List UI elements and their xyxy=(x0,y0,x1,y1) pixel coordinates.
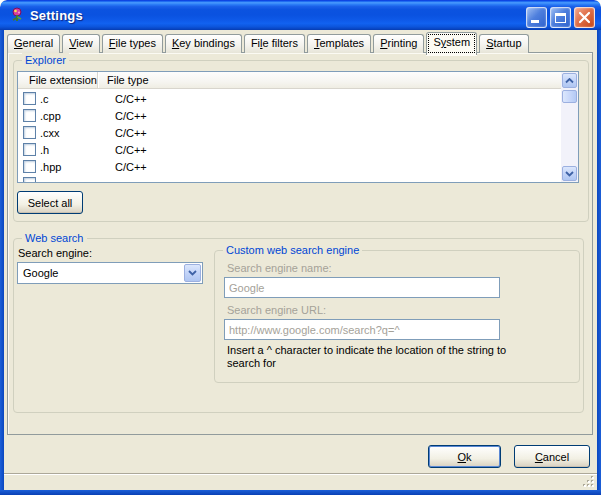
minimize-button[interactable] xyxy=(526,7,547,28)
row-checkbox[interactable] xyxy=(23,92,36,105)
row-filetype: C/C++ xyxy=(96,127,147,139)
table-row-partial[interactable] xyxy=(18,175,561,182)
select-all-button[interactable]: Select all xyxy=(17,191,83,214)
close-button[interactable] xyxy=(574,7,595,28)
custom-search-group: Custom web search engine Search engine n… xyxy=(214,250,580,383)
row-extension: .hpp xyxy=(36,161,96,173)
tab-general[interactable]: General xyxy=(7,34,60,53)
row-checkbox[interactable] xyxy=(23,177,36,182)
custom-search-group-label: Custom web search engine xyxy=(223,243,362,257)
explorer-group-label: Explorer xyxy=(22,53,69,67)
row-filetype: C/C++ xyxy=(96,110,147,122)
dialog-client-area: General View File types Key bindings Fil… xyxy=(4,30,597,490)
web-search-group: Web search Search engine: Google Custom … xyxy=(13,238,584,413)
row-filetype: C/C++ xyxy=(96,93,147,105)
search-engine-label: Search engine: xyxy=(18,247,92,259)
window-title: Settings xyxy=(30,8,83,23)
tab-file-filters[interactable]: File filters xyxy=(244,34,305,53)
window-border-bottom xyxy=(0,490,601,495)
tab-system[interactable]: System xyxy=(426,32,477,55)
resize-grip[interactable] xyxy=(582,475,595,488)
tab-file-types[interactable]: File types xyxy=(102,34,163,53)
chevron-down-icon xyxy=(565,171,574,177)
tab-templates[interactable]: Templates xyxy=(307,34,371,53)
row-checkbox[interactable] xyxy=(23,109,36,122)
ok-button[interactable]: Ok xyxy=(428,445,501,468)
table-row[interactable]: .cxx C/C++ xyxy=(18,124,561,141)
tab-view[interactable]: View xyxy=(62,34,100,53)
table-row[interactable]: .c C/C++ xyxy=(18,90,561,107)
engine-url-input[interactable] xyxy=(224,319,500,340)
web-search-group-label: Web search xyxy=(22,231,87,245)
row-filetype: C/C++ xyxy=(96,144,147,156)
vertical-scrollbar[interactable] xyxy=(561,72,578,182)
table-row[interactable]: .hpp C/C++ xyxy=(18,158,561,175)
file-extension-list: File extension File type .c C/C++ .cpp C… xyxy=(17,71,579,183)
list-header: File extension File type xyxy=(18,72,578,89)
window-border-right xyxy=(597,30,601,495)
table-row[interactable]: .h C/C++ xyxy=(18,141,561,158)
caret-hint-text: Insert a ^ character to indicate the loc… xyxy=(227,344,535,370)
row-extension: .h xyxy=(36,144,96,156)
settings-window: Settings General View File types Key bin… xyxy=(0,0,601,495)
engine-name-input[interactable] xyxy=(224,277,500,298)
column-header-file-type[interactable]: File type xyxy=(98,72,578,88)
scrollbar-thumb[interactable] xyxy=(562,90,577,103)
close-icon xyxy=(575,8,594,27)
tab-key-bindings[interactable]: Key bindings xyxy=(165,34,242,53)
minimize-icon xyxy=(531,20,539,23)
chevron-up-icon xyxy=(565,78,574,84)
row-checkbox[interactable] xyxy=(23,126,36,139)
engine-url-label: Search engine URL: xyxy=(227,304,326,316)
engine-name-label: Search engine name: xyxy=(227,262,332,274)
tab-startup[interactable]: Startup xyxy=(479,34,528,53)
window-controls xyxy=(526,7,595,28)
row-extension: .cpp xyxy=(36,110,96,122)
row-checkbox[interactable] xyxy=(23,160,36,173)
search-engine-select[interactable]: Google xyxy=(17,262,203,284)
chevron-down-icon xyxy=(188,270,197,276)
row-checkbox[interactable] xyxy=(23,143,36,156)
row-extension: .c xyxy=(36,93,96,105)
column-header-file-extension[interactable]: File extension xyxy=(18,72,98,88)
app-icon xyxy=(9,7,25,23)
table-row[interactable]: .cpp C/C++ xyxy=(18,107,561,124)
row-extension: .cxx xyxy=(36,127,96,139)
tab-bar: General View File types Key bindings Fil… xyxy=(7,32,531,53)
titlebar[interactable]: Settings xyxy=(0,0,601,30)
cancel-button[interactable]: Cancel xyxy=(514,445,590,468)
row-filetype: C/C++ xyxy=(96,161,147,173)
scroll-down-button[interactable] xyxy=(562,166,577,181)
combo-dropdown-button[interactable] xyxy=(184,264,201,282)
list-body: .c C/C++ .cpp C/C++ .cxx C/C++ xyxy=(18,90,561,182)
tab-printing[interactable]: Printing xyxy=(373,34,424,53)
explorer-group: Explorer File extension File type .c C/C… xyxy=(13,60,589,222)
search-engine-value: Google xyxy=(18,267,184,279)
maximize-button[interactable] xyxy=(550,7,571,28)
maximize-icon xyxy=(555,13,566,23)
footer-divider xyxy=(4,473,597,475)
scroll-up-button[interactable] xyxy=(562,73,577,88)
